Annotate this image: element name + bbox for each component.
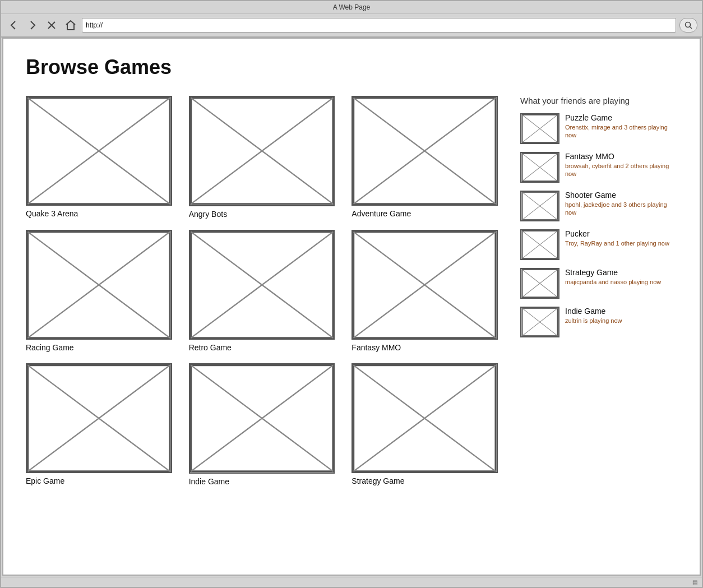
friend-players-indie-f: zultrin is playing now	[565, 317, 677, 325]
friend-item-pucker[interactable]: Pucker Troy, RayRay and 1 other playing …	[520, 229, 677, 260]
friend-item-shooter[interactable]: Shooter Game hpohl, jackedjoe and 3 othe…	[520, 191, 677, 221]
friend-thumbnail-strategy-f	[520, 268, 559, 299]
game-card-retro[interactable]: Retro Game	[189, 230, 335, 353]
browser-content: Browse Games Quake 3 Arena	[2, 38, 701, 576]
stop-button[interactable]	[44, 17, 59, 33]
game-thumbnail-indie	[189, 363, 335, 474]
browser-titlebar: A Web Page	[1, 1, 702, 14]
browser-statusbar: ▤	[1, 577, 702, 587]
game-thumbnail-fantasy	[351, 230, 498, 340]
friend-info-strategy-f: Strategy Game majicpanda and nasso playi…	[565, 268, 677, 286]
friend-info-puzzle: Puzzle Game Orenstix, mirage and 3 other…	[565, 113, 677, 140]
friends-sidebar: What your friends are playing Puzzle Gam…	[520, 96, 677, 486]
friend-thumbnail-indie-f	[520, 307, 559, 337]
game-card-adventure[interactable]: Adventure Game	[351, 96, 498, 219]
page-title: Browse Games	[26, 55, 677, 79]
friend-players-fantasy-mmo: browsah, cyberfit and 2 others playing n…	[565, 162, 677, 178]
game-title-adventure: Adventure Game	[351, 209, 498, 218]
friend-info-indie-f: Indie Game zultrin is playing now	[565, 307, 677, 325]
games-grid-section: Quake 3 Arena Angry Bots	[26, 96, 498, 486]
friend-thumbnail-pucker	[520, 229, 559, 260]
game-card-racing[interactable]: Racing Game	[26, 230, 172, 353]
game-thumbnail-angry	[189, 96, 335, 206]
friend-game-title-pucker: Pucker	[565, 229, 677, 238]
game-thumbnail-epic	[26, 363, 172, 473]
friend-players-shooter: hpohl, jackedjoe and 3 others playing no…	[565, 201, 677, 217]
game-card-strategy[interactable]: Strategy Game	[351, 363, 498, 486]
friend-game-title-shooter: Shooter Game	[565, 191, 677, 200]
game-title-fantasy: Fantasy MMO	[351, 343, 498, 352]
forward-button[interactable]	[25, 17, 40, 33]
friend-item-puzzle[interactable]: Puzzle Game Orenstix, mirage and 3 other…	[520, 113, 677, 144]
friend-game-title-fantasy-mmo: Fantasy MMO	[565, 152, 677, 161]
browser-title: A Web Page	[333, 3, 371, 11]
games-grid: Quake 3 Arena Angry Bots	[26, 96, 498, 486]
friend-game-title-strategy-f: Strategy Game	[565, 268, 677, 277]
friend-info-shooter: Shooter Game hpohl, jackedjoe and 3 othe…	[565, 191, 677, 217]
browser-window: A Web Page	[0, 0, 703, 588]
friend-players-strategy-f: majicpanda and nasso playing now	[565, 278, 677, 286]
friends-section-title: What your friends are playing	[520, 96, 677, 105]
game-thumbnail-retro	[189, 230, 335, 340]
friend-thumbnail-puzzle	[520, 113, 559, 144]
main-layout: Quake 3 Arena Angry Bots	[26, 96, 677, 486]
game-title-racing: Racing Game	[26, 343, 172, 352]
friend-game-title-puzzle: Puzzle Game	[565, 113, 677, 122]
friend-info-fantasy-mmo: Fantasy MMO browsah, cyberfit and 2 othe…	[565, 152, 677, 178]
back-button[interactable]	[6, 17, 21, 33]
game-title-indie: Indie Game	[189, 477, 335, 486]
game-card-epic[interactable]: Epic Game	[26, 363, 172, 486]
game-card-indie[interactable]: Indie Game	[189, 363, 335, 486]
home-button[interactable]	[63, 17, 78, 33]
game-title-retro: Retro Game	[189, 343, 335, 352]
friend-info-pucker: Pucker Troy, RayRay and 1 other playing …	[565, 229, 677, 247]
friend-thumbnail-shooter	[520, 191, 559, 221]
game-title-quake: Quake 3 Arena	[26, 209, 172, 218]
search-button[interactable]	[679, 18, 697, 33]
svg-line-3	[690, 27, 692, 29]
game-title-strategy: Strategy Game	[351, 476, 498, 485]
game-thumbnail-adventure	[351, 96, 498, 206]
friend-game-title-indie-f: Indie Game	[565, 307, 677, 316]
friend-item-indie-f[interactable]: Indie Game zultrin is playing now	[520, 307, 677, 337]
game-title-angry: Angry Bots	[189, 210, 335, 219]
friend-thumbnail-fantasy-mmo	[520, 152, 559, 183]
address-bar[interactable]	[82, 18, 676, 33]
game-card-angry[interactable]: Angry Bots	[189, 96, 335, 219]
game-thumbnail-racing	[26, 230, 172, 340]
game-title-epic: Epic Game	[26, 476, 172, 485]
game-thumbnail-strategy	[351, 363, 498, 473]
game-card-quake[interactable]: Quake 3 Arena	[26, 96, 172, 219]
game-thumbnail-quake	[26, 96, 172, 206]
svg-point-2	[686, 22, 691, 27]
friend-item-fantasy-mmo[interactable]: Fantasy MMO browsah, cyberfit and 2 othe…	[520, 152, 677, 183]
statusbar-icon: ▤	[692, 579, 697, 585]
game-card-fantasy[interactable]: Fantasy MMO	[351, 230, 498, 353]
friend-item-strategy-f[interactable]: Strategy Game majicpanda and nasso playi…	[520, 268, 677, 299]
friend-players-puzzle: Orenstix, mirage and 3 others playing no…	[565, 123, 677, 140]
friend-players-pucker: Troy, RayRay and 1 other playing now	[565, 239, 677, 247]
browser-toolbar	[1, 14, 702, 38]
